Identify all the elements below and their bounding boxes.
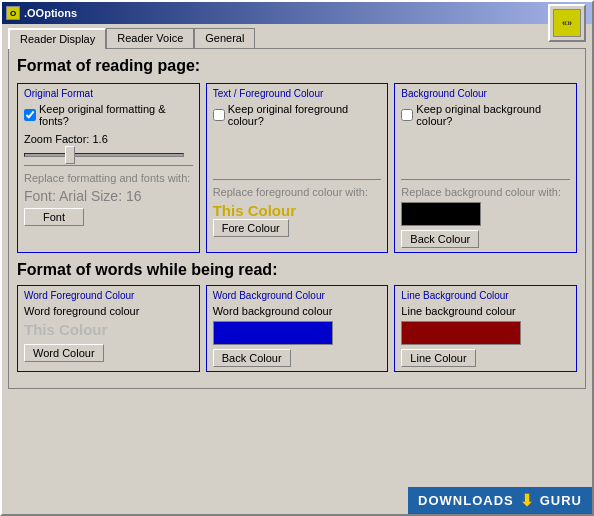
replace-fg-label: Replace foreground colour with:	[213, 186, 382, 198]
tab-general[interactable]: General	[194, 28, 255, 48]
word-bg-colour-preview	[213, 321, 333, 345]
original-format-label: Original Format	[24, 88, 193, 99]
logo-button[interactable]: «»	[548, 4, 586, 42]
zoom-slider-container	[24, 153, 184, 157]
divider1	[24, 165, 193, 166]
keep-formatting-checkbox[interactable]	[24, 109, 36, 121]
keep-foreground-label: Keep original foreground colour?	[228, 103, 382, 127]
line-colour-button[interactable]: Line Colour	[401, 349, 475, 367]
logo-text: «»	[562, 18, 572, 28]
word-background-label: Word Background Colour	[213, 290, 382, 301]
window-icon: O	[6, 6, 20, 20]
section1-title: Format of reading page:	[17, 57, 577, 75]
watermark-text: DOWNLOADS	[418, 493, 514, 508]
zoom-slider-track	[24, 153, 184, 157]
fore-colour-preview-text: This Colour	[213, 202, 382, 219]
keep-bg-checkbox[interactable]	[401, 109, 413, 121]
line-background-label: Line Background Colour	[401, 290, 570, 301]
logo-inner: «»	[553, 9, 581, 37]
background-box: Background Colour Keep original backgrou…	[394, 83, 577, 253]
tab-reader-voice[interactable]: Reader Voice	[106, 28, 194, 48]
section2-title: Format of words while being read:	[17, 261, 577, 279]
text-foreground-label: Text / Foreground Colour	[213, 88, 382, 99]
word-fg-colour-preview: This Colour	[24, 321, 193, 338]
section1-columns: Original Format Keep original formatting…	[17, 83, 577, 253]
word-colour-button[interactable]: Word Colour	[24, 344, 104, 362]
line-bg-text: Line background colour	[401, 305, 570, 317]
keep-foreground-checkbox[interactable]	[213, 109, 225, 121]
word-bg-text: Word background colour	[213, 305, 382, 317]
main-content: Reader Display Reader Voice General Form…	[2, 24, 592, 393]
tab-content-reader-display: Format of reading page: Original Format …	[8, 48, 586, 389]
keep-bg-row: Keep original background colour?	[401, 103, 570, 127]
original-format-box: Original Format Keep original formatting…	[17, 83, 200, 253]
keep-foreground-row: Keep original foreground colour?	[213, 103, 382, 127]
keep-formatting-label: Keep original formatting & fonts?	[39, 103, 193, 127]
line-bg-colour-preview	[401, 321, 521, 345]
background-label: Background Colour	[401, 88, 570, 99]
font-preview: Font: Arial Size: 16	[24, 188, 193, 204]
zoom-slider-thumb[interactable]	[65, 146, 75, 164]
bg-colour-preview-box	[401, 202, 481, 226]
keep-formatting-row: Keep original formatting & fonts?	[24, 103, 193, 127]
back-colour-button-top[interactable]: Back Colour	[401, 230, 479, 248]
word-fg-text: Word foreground colour	[24, 305, 193, 317]
zoom-label: Zoom Factor: 1.6	[24, 133, 108, 145]
tab-reader-display[interactable]: Reader Display	[8, 28, 106, 49]
word-background-box: Word Background Colour Word background c…	[206, 285, 389, 372]
keep-bg-label: Keep original background colour?	[416, 103, 570, 127]
text-foreground-box: Text / Foreground Colour Keep original f…	[206, 83, 389, 253]
title-bar: O .OOptions	[2, 2, 592, 24]
replace-format-label: Replace formatting and fonts with:	[24, 172, 193, 184]
tab-bar: Reader Display Reader Voice General	[8, 28, 586, 48]
watermark-bar: DOWNLOADS ⬇ GURU	[408, 487, 592, 514]
zoom-row: Zoom Factor: 1.6	[24, 133, 193, 157]
font-button[interactable]: Font	[24, 208, 84, 226]
watermark-arrow-icon: ⬇	[520, 491, 534, 510]
replace-bg-label: Replace background colour with:	[401, 186, 570, 198]
watermark-suffix: GURU	[540, 493, 582, 508]
back-colour-button-bottom[interactable]: Back Colour	[213, 349, 291, 367]
word-foreground-box: Word Foreground Colour Word foreground c…	[17, 285, 200, 372]
word-foreground-label: Word Foreground Colour	[24, 290, 193, 301]
line-background-box: Line Background Colour Line background c…	[394, 285, 577, 372]
title-bar-content: O .OOptions	[6, 6, 77, 20]
divider3	[401, 179, 570, 180]
window-title: .OOptions	[24, 7, 77, 19]
section2-columns: Word Foreground Colour Word foreground c…	[17, 285, 577, 372]
fore-colour-button[interactable]: Fore Colour	[213, 219, 289, 237]
main-window: O .OOptions «» Reader Display Reader Voi…	[0, 0, 594, 516]
divider2	[213, 179, 382, 180]
